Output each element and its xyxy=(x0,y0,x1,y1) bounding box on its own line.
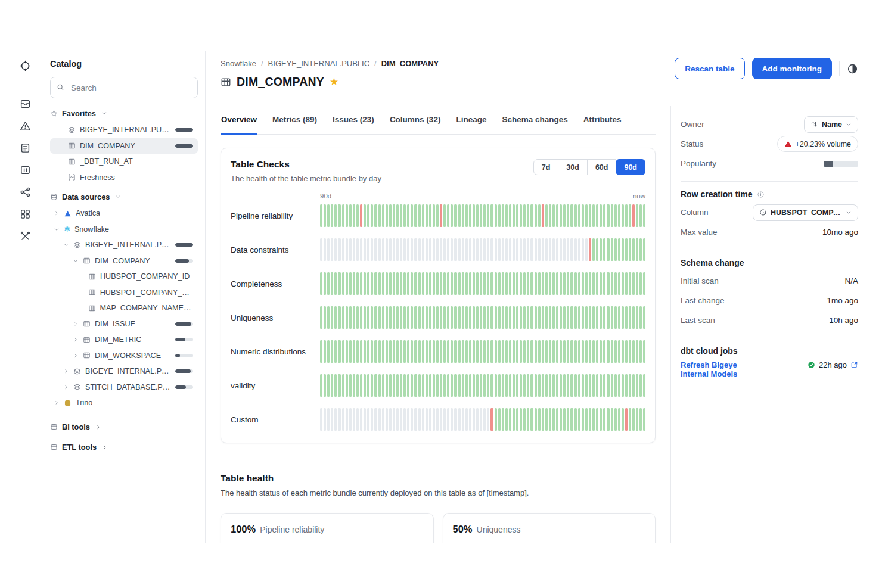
rail-compare-icon[interactable] xyxy=(17,161,35,179)
range-60d-button[interactable]: 60d xyxy=(587,159,617,175)
breadcrumb-item-snowflake[interactable]: Snowflake xyxy=(220,59,256,68)
search-input[interactable] xyxy=(50,77,198,98)
check-bar-ok xyxy=(513,374,515,397)
tab-columns-32[interactable]: Columns (32) xyxy=(389,106,442,135)
tab-schema-changes[interactable]: Schema changes xyxy=(501,106,568,135)
rail-issues-icon[interactable] xyxy=(17,117,35,135)
tree-item-map-company-name-to[interactable]: MAP_COMPANY_NAME_TO_... xyxy=(50,300,198,316)
breadcrumb-item-dim-company[interactable]: DIM_COMPANY xyxy=(381,59,439,68)
tree-item-dim-issue[interactable]: DIM_ISSUE xyxy=(50,316,198,332)
check-bar-ok xyxy=(353,204,355,227)
tab-lineage[interactable]: Lineage xyxy=(455,106,487,135)
check-bar-ok xyxy=(338,340,340,363)
range-90d-button[interactable]: 90d xyxy=(616,159,645,175)
check-bar-ok xyxy=(582,408,584,431)
check-bar-ok xyxy=(436,374,439,397)
check-strip[interactable] xyxy=(320,340,645,363)
rail-docs-icon[interactable] xyxy=(17,139,35,157)
check-bar-ok xyxy=(429,204,431,227)
content-body: OverviewMetrics (89)Issues (23)Columns (… xyxy=(206,106,870,543)
check-bar-ok xyxy=(538,272,541,295)
favorites-header[interactable]: Favorites xyxy=(50,104,198,122)
info-icon[interactable] xyxy=(757,191,765,198)
sidebar-item-freshness[interactable]: Freshness xyxy=(50,170,198,186)
sidebar-item-dbt-run-at[interactable]: _DBT_RUN_AT xyxy=(50,154,198,170)
range-30d-button[interactable]: 30d xyxy=(558,159,588,175)
check-bar-ok xyxy=(327,340,330,363)
tree-item-bigeye-internal-pu[interactable]: BIGEYE_INTERNAL.PU... xyxy=(50,363,198,379)
etl-tools-header[interactable]: ETL tools xyxy=(50,438,198,456)
check-strip[interactable] xyxy=(320,306,645,329)
schema-row-value: 10h ago xyxy=(829,316,858,325)
tree-item-hubspot-company-id[interactable]: HUBSPOT_COMPANY_ID xyxy=(50,269,198,285)
external-link-icon[interactable] xyxy=(850,361,858,369)
dbt-job-link[interactable]: Refresh Bigeye Internal Models xyxy=(681,360,751,379)
check-strip[interactable] xyxy=(320,204,645,227)
tree-item-snowflake[interactable]: ❄Snowflake xyxy=(50,222,198,238)
tree-item-dim-company[interactable]: DIM_COMPANY xyxy=(50,253,198,269)
check-bar-ok xyxy=(552,306,555,329)
sidebar-item-bigeye-internal-publ[interactable]: BIGEYE_INTERNAL.PUBL... xyxy=(50,122,198,138)
check-bar-ok xyxy=(346,340,348,363)
check-bar-ok xyxy=(458,306,461,329)
column-select[interactable]: HUBSPOT_COMPA... xyxy=(753,204,858,221)
check-bar-ok xyxy=(400,374,402,397)
check-bar-ok xyxy=(342,374,344,397)
tree-item-stitch-database-pr[interactable]: STITCH_DATABASE.PR... xyxy=(50,379,198,396)
check-bar-empty xyxy=(469,408,471,431)
popularity-bar xyxy=(175,369,193,373)
tree-item-dim-workspace[interactable]: DIM_WORKSPACE xyxy=(50,348,198,364)
status-badge[interactable]: +20.23% volume xyxy=(777,136,858,152)
rail-lineage-icon[interactable] xyxy=(17,183,35,201)
check-bar-ok xyxy=(353,340,355,363)
check-strip[interactable] xyxy=(320,408,645,431)
check-bar-ok xyxy=(592,408,595,431)
tab-metrics-89[interactable]: Metrics (89) xyxy=(272,106,318,135)
check-bar-ok xyxy=(324,306,326,329)
tree-item-trino[interactable]: Trino xyxy=(50,395,198,411)
check-bar-ok xyxy=(498,374,501,397)
check-strip[interactable] xyxy=(320,272,645,295)
check-bar-ok xyxy=(458,340,461,363)
tab-attributes[interactable]: Attributes xyxy=(583,106,622,135)
check-bar-ok xyxy=(414,374,417,397)
check-bar-ok xyxy=(378,272,381,295)
check-bar-ok xyxy=(451,204,453,227)
sidebar-item-dim-company[interactable]: DIM_COMPANY xyxy=(50,138,198,154)
check-strip[interactable] xyxy=(320,238,645,261)
rail-tools-icon[interactable] xyxy=(17,227,35,245)
check-bar-empty xyxy=(465,408,468,431)
check-bar-ok xyxy=(331,272,333,295)
tree-item-hubspot-company-name[interactable]: HUBSPOT_COMPANY_NAME xyxy=(50,285,198,301)
check-bar-empty xyxy=(403,238,406,261)
check-bar-empty xyxy=(483,408,486,431)
tab-issues-23[interactable]: Issues (23) xyxy=(332,106,375,135)
breadcrumb-item-bigeye-internal-public[interactable]: BIGEYE_INTERNAL.PUBLIC xyxy=(268,59,370,68)
check-bar-ok xyxy=(629,340,631,363)
check-bar-ok xyxy=(418,340,421,363)
data-sources-header[interactable]: Data sources xyxy=(50,188,198,206)
check-strip[interactable] xyxy=(320,374,645,397)
panel-toggle-icon[interactable] xyxy=(847,63,858,74)
bi-tools-header[interactable]: BI tools xyxy=(50,418,198,436)
range-7d-button[interactable]: 7d xyxy=(533,159,559,175)
tree-item-bigeye-internal-pu[interactable]: BIGEYE_INTERNAL.PU... xyxy=(50,237,198,253)
rail-catalog-icon[interactable] xyxy=(17,95,35,113)
add-monitoring-button[interactable]: Add monitoring xyxy=(752,58,832,79)
tree-item-dim-metric[interactable]: DIM_METRIC xyxy=(50,332,198,348)
check-bar-ok xyxy=(563,340,566,363)
rescan-table-button[interactable]: Rescan table xyxy=(675,58,744,79)
check-bar-empty xyxy=(382,408,384,431)
check-bar-ok xyxy=(570,408,573,431)
favorite-star-icon[interactable]: ★ xyxy=(330,77,338,87)
tree-item-avatica[interactable]: Avatica xyxy=(50,206,198,222)
health-card-pipeline-reliability[interactable]: 100%Pipeline reliability xyxy=(220,513,434,543)
check-circle-icon xyxy=(808,361,815,369)
health-card-uniqueness[interactable]: 50%Uniqueness xyxy=(443,513,656,543)
rail-apps-icon[interactable] xyxy=(17,205,35,223)
tab-overview[interactable]: Overview xyxy=(220,106,257,135)
check-bar-ok xyxy=(520,374,522,397)
owner-select[interactable]: Name xyxy=(804,116,858,133)
rail-logo-icon[interactable] xyxy=(17,57,35,74)
check-bar-ok xyxy=(545,306,548,329)
